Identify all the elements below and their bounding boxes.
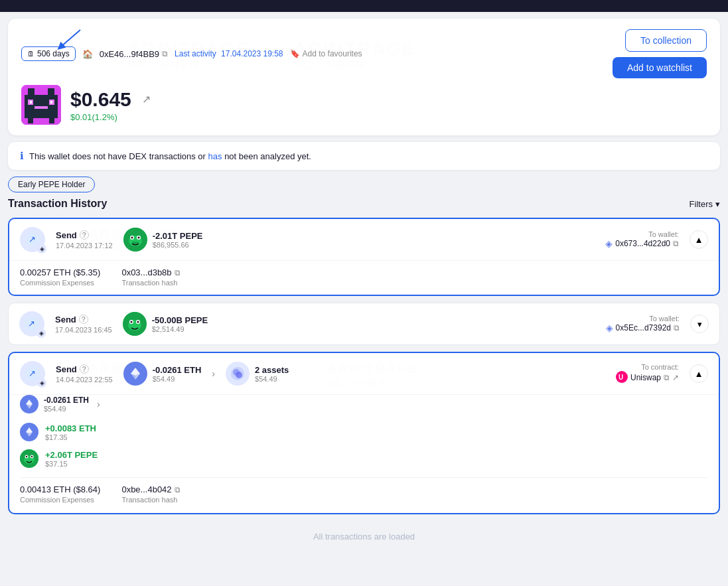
tx2-token-icon [123, 312, 147, 336]
svg-rect-4 [25, 95, 58, 98]
tx3-type-icon: ↗ ◈ [20, 361, 45, 386]
filters-label: Filters [690, 199, 713, 209]
tx1-main-row: ↗ ◈ Send ? 17.04.2023 17:12 [9, 219, 719, 260]
tx1-txhash: 0x03...d3b8b ⧉ Transaction hash [121, 267, 180, 287]
tx2-expand-button[interactable]: ▾ [690, 315, 709, 333]
tx3-expand-button[interactable]: ▲ [690, 364, 708, 383]
wallet-address[interactable]: 0xE46...9f4BB9 ⧉ [100, 49, 168, 59]
copy-icon-tx2[interactable]: ⧉ [674, 323, 680, 332]
tx1-commission: 0.00257 ETH ($5.35) Commission Expenses [20, 267, 100, 287]
wallet-avatar [21, 85, 61, 125]
svg-rect-13 [49, 118, 54, 123]
tx3-commission-label: Commission Expenses [20, 496, 100, 504]
tx3-question-icon[interactable]: ? [80, 364, 89, 374]
tx1-type-text: Send ? [56, 230, 113, 240]
tx3-date: 14.04.2023 22:55 [56, 376, 113, 384]
svg-rect-8 [30, 101, 32, 104]
tx1-expand-button[interactable]: ▲ [690, 230, 708, 249]
tx3-bottom-details: 0.00413 ETH ($8.64) Commission Expenses … [20, 477, 708, 504]
pepe-icon-2 [123, 312, 147, 336]
header-right: To collection Add to watchlist [613, 29, 707, 78]
transaction-row-3: ARBITRÀGE SC NNER ARBITRÀGE SC NNER ↗ ◈ … [8, 352, 720, 514]
all-loaded-footer: All transactions are loaded [8, 521, 720, 547]
tx3-recv-eth-usd: $17.35 [45, 433, 96, 441]
add-favourites-label: Add to favourites [303, 49, 362, 58]
tx3-send-eth-info: -0.0261 ETH $54.49 [44, 396, 89, 413]
transaction-row-1: ARBITRÀGE SC NNER ↗ ◈ Send ? 17.04.2023 … [8, 218, 720, 296]
tx1-to-wallet: To wallet: ◈ 0x673...4d22d0 ⧉ [573, 230, 679, 249]
tx3-recv-eth-icon [20, 423, 38, 441]
transaction-row-2: ↗ ◈ Send ? 17.04.2023 16:45 [8, 303, 720, 345]
tx3-type-label: Send ? 14.04.2023 22:55 [56, 364, 113, 384]
info-banner: ℹ This wallet does not have DEX transact… [8, 142, 720, 170]
tx1-token-icon [123, 228, 147, 252]
svg-point-20 [131, 237, 133, 239]
days-badge[interactable]: 506 days [21, 46, 76, 61]
section-header: Transaction History Filters ▾ [8, 198, 720, 210]
tx2-amount: -50.00B PEPE [152, 315, 208, 325]
tx2-chain-icon: ◈ [36, 329, 46, 338]
tx2-type-icon: ↗ ◈ [19, 311, 44, 336]
tx1-hash-text: 0x03...d3b8b [121, 267, 171, 277]
bookmark-icon: 🔖 [290, 49, 300, 58]
add-to-watchlist-button[interactable]: Add to watchlist [613, 57, 707, 78]
header-card: ARBITRÀGE ARBITRÀGE SC NNER SC NNER 506 … [8, 19, 720, 135]
info-icon: ℹ [20, 150, 24, 162]
tx2-question-icon[interactable]: ? [79, 315, 88, 324]
tx2-type: Send [55, 315, 76, 325]
info-link[interactable]: has [208, 151, 222, 161]
wallet-info: $0.645 ↗ $0.01(1.2%) [21, 85, 707, 125]
price-main: $0.645 [70, 88, 131, 111]
tx3-type: Send [56, 364, 77, 374]
days-badge-label: 506 days [37, 49, 70, 58]
svg-rect-3 [48, 88, 54, 95]
tx3-amount-info: -0.0261 ETH $54.49 [153, 365, 202, 383]
tx3-hash-text: 0xbe...4b042 [121, 484, 171, 494]
copy-icon-tx3[interactable]: ⧉ [664, 373, 670, 382]
tx3-main-row: ↗ ◈ Send ? 14.04.2023 22:55 [9, 353, 719, 394]
svg-text:↗: ↗ [29, 368, 36, 378]
tx3-recv-eth-amount: +0.0083 ETH [45, 423, 96, 433]
uniswap-icon: U [616, 371, 628, 385]
tx3-contract-name: Uniswap [630, 373, 661, 382]
add-favourites-btn[interactable]: 🔖 Add to favourites [290, 49, 362, 58]
tx1-commission-label: Commission Expenses [20, 279, 100, 287]
tx3-commission-value: 0.00413 ETH ($8.64) [20, 484, 100, 494]
tx1-addr-text: 0x673...4d22d0 [615, 239, 670, 248]
tx1-type: Send [56, 230, 77, 240]
filters-button[interactable]: Filters ▾ [690, 199, 720, 209]
send-icon: ↗ [25, 232, 40, 247]
tx1-to-label: To wallet: [573, 230, 679, 238]
svg-rect-11 [25, 111, 58, 118]
tx3-send-eth-amount: -0.0261 ETH [44, 396, 89, 405]
svg-text:U: U [619, 374, 623, 381]
tx2-type-text: Send ? [55, 315, 112, 325]
badge-row: Early PEPE Holder [8, 177, 720, 192]
tx3-txhash: 0xbe...4b042 ⧉ Transaction hash [121, 484, 180, 504]
tx1-usd: $86,955.66 [153, 241, 203, 249]
tx1-commission-value: 0.00257 ETH ($5.35) [20, 267, 100, 277]
svg-rect-2 [28, 88, 35, 95]
svg-point-30 [137, 321, 139, 323]
svg-text:↗: ↗ [29, 234, 36, 244]
section-title: Transaction History [8, 198, 107, 210]
tx3-chain-icon: ◈ [37, 378, 46, 388]
tx3-type-text: Send ? [56, 364, 113, 374]
svg-point-38 [236, 372, 242, 378]
tx1-details: 0.00257 ETH ($5.35) Commission Expenses … [9, 260, 719, 295]
tx3-txhash-label: Transaction hash [121, 496, 180, 504]
last-activity-label: Last activity [175, 49, 216, 58]
tx3-multi-usd: $54.49 [255, 375, 289, 383]
tx1-question-icon[interactable]: ? [80, 230, 89, 240]
copy-hash-icon-3[interactable]: ⧉ [175, 485, 181, 494]
to-collection-button[interactable]: To collection [625, 29, 707, 52]
copy-icon-tx1[interactable]: ⧉ [673, 239, 679, 248]
svg-point-29 [130, 321, 132, 323]
tx3-token-info: -0.0261 ETH $54.49 [123, 362, 202, 386]
tx2-to-addr: ◈ 0x5Ec...d7392d ⧉ [573, 323, 680, 333]
external-link-tx3[interactable]: ↗ [672, 373, 679, 382]
copy-hash-icon-1[interactable]: ⧉ [175, 268, 181, 277]
tx1-to-addr: ◈ 0x673...4d22d0 ⧉ [573, 238, 679, 249]
share-icon[interactable]: ↗ [142, 93, 151, 106]
copy-address-icon[interactable]: ⧉ [162, 49, 168, 58]
